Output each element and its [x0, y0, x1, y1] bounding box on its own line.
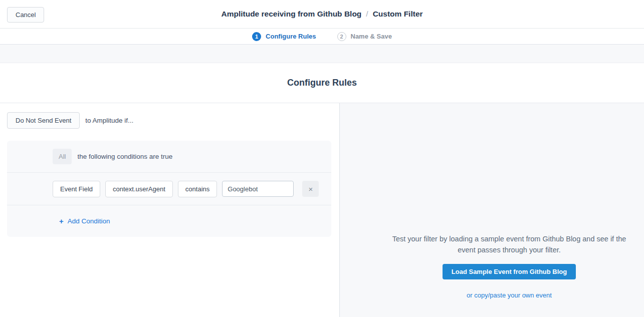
condition-value-input[interactable]: [222, 181, 294, 197]
plus-icon: +: [59, 217, 64, 225]
add-condition-button[interactable]: + Add Condition: [59, 217, 110, 225]
breadcrumb: Amplitude receiving from Github Blog/Cus…: [221, 10, 422, 19]
step-number-badge: 1: [252, 32, 261, 41]
breadcrumb-separator: /: [366, 10, 368, 18]
paste-own-event-link[interactable]: or copy/paste your own event: [467, 291, 552, 299]
add-condition-row: + Add Condition: [7, 205, 331, 237]
rules-panel: Do Not Send Event to Amplitude if... All…: [0, 103, 340, 317]
condition-row: Event Field context.userAgent contains ×: [7, 172, 331, 205]
test-panel: Test your filter by loading a sample eve…: [340, 103, 644, 317]
condition-field-selector[interactable]: context.userAgent: [105, 181, 173, 197]
steps-bar: 1 Configure Rules 2 Name & Save: [0, 29, 644, 45]
load-sample-event-button[interactable]: Load Sample Event from Github Blog: [443, 264, 576, 279]
page-title: Configure Rules: [287, 78, 357, 88]
main-content: Do Not Send Event to Amplitude if... All…: [0, 103, 644, 317]
breadcrumb-primary: Amplitude receiving from Github Blog: [221, 10, 361, 18]
breadcrumb-secondary: Custom Filter: [373, 10, 423, 18]
condition-group: All the following conditions are true Ev…: [7, 141, 331, 237]
test-block: Test your filter by loading a sample eve…: [391, 233, 627, 299]
condition-operator-selector[interactable]: contains: [178, 181, 217, 197]
operator-description: the following conditions are true: [77, 153, 172, 160]
filter-action-suffix: to Amplitude if...: [85, 117, 133, 124]
remove-condition-button[interactable]: ×: [302, 181, 319, 197]
operator-selector[interactable]: All: [53, 149, 72, 164]
heading-section: Configure Rules: [0, 63, 644, 103]
condition-type-selector[interactable]: Event Field: [53, 181, 100, 197]
step-name-and-save[interactable]: 2 Name & Save: [337, 32, 392, 41]
operator-row: All the following conditions are true: [7, 141, 331, 172]
filter-action-button[interactable]: Do Not Send Event: [7, 112, 80, 129]
add-condition-label: Add Condition: [68, 217, 110, 225]
step-label: Configure Rules: [266, 33, 316, 40]
background-band: [0, 45, 644, 63]
step-label: Name & Save: [351, 33, 392, 40]
cancel-button[interactable]: Cancel: [7, 7, 44, 23]
close-icon: ×: [308, 185, 313, 193]
step-configure-rules[interactable]: 1 Configure Rules: [252, 32, 316, 41]
step-number-badge: 2: [337, 32, 346, 41]
top-bar: Cancel Amplitude receiving from Github B…: [0, 0, 644, 29]
test-description: Test your filter by loading a sample eve…: [391, 233, 627, 255]
filter-action-row: Do Not Send Event to Amplitude if...: [7, 112, 332, 129]
